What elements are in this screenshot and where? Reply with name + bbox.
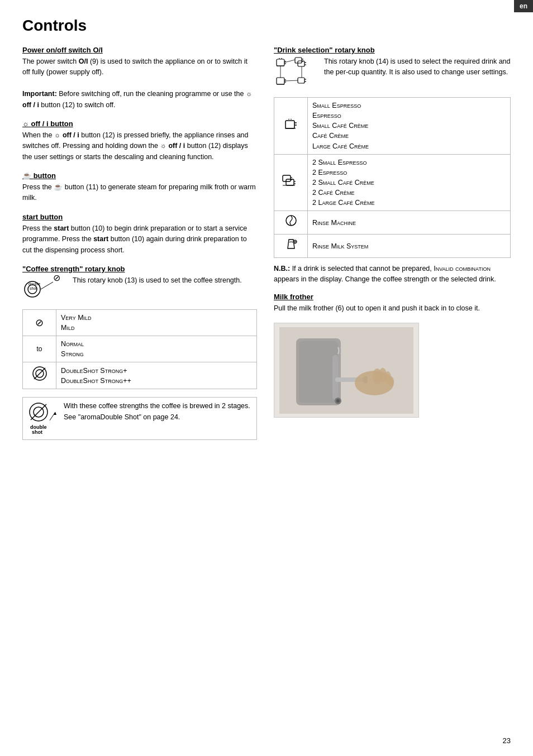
drink-icon-single — [274, 98, 308, 155]
lang-text: en — [520, 2, 527, 10]
svg-rect-55 — [332, 355, 338, 400]
two-column-layout: Power on/off switch O/I The power switch… — [22, 46, 511, 440]
coffee-strength-knob-row: double shot ⊘ This rotary knob (13) is u… — [22, 275, 257, 305]
svg-line-34 — [284, 80, 298, 81]
coffee-strength-knob-desc: This rotary knob (13) is used to set the… — [73, 275, 257, 286]
coffee-strength-heading: "Coffee strength" rotary knob — [22, 265, 257, 273]
svg-line-4 — [41, 282, 53, 289]
start-button-body: Press the start button (10) to begin dri… — [22, 223, 257, 256]
drink-selection-section: "Drink selection" rotary knob — [274, 46, 511, 418]
drink-icon-rinse — [274, 211, 308, 235]
strength-row-mild: ⊘ Very Mild Mild — [23, 309, 257, 336]
drink-icon-double — [274, 154, 308, 211]
page-number: 23 — [503, 736, 511, 745]
nb-text: N.B.: If a drink is selected that cannot… — [274, 264, 511, 285]
drink-row-double: 2 Small Espresso 2 Espresso 2 Small Café… — [274, 154, 511, 211]
double-shot-row: double shot With these coffee strengths … — [22, 397, 257, 440]
svg-text:shot: shot — [30, 286, 37, 290]
drink-label-rinse-milk: Rinse Milk System — [308, 235, 511, 258]
drink-selection-knob-icon — [274, 56, 318, 92]
off-button-heading: ☼ off / i button — [22, 119, 257, 128]
svg-text:double: double — [28, 282, 40, 286]
coffee-strength-knob-icon: double shot ⊘ — [22, 275, 67, 305]
off-button-section: ☼ off / i button When the ☼ off / i butt… — [22, 119, 257, 162]
strength-label-mild: Very Mild Mild — [56, 309, 257, 336]
steam-button-body: Press the ☕ button (11) to generate stea… — [22, 182, 257, 204]
strength-icon-mild: ⊘ — [23, 309, 56, 336]
drink-selection-knob-row: This rotary knob (14) is used to select … — [274, 56, 511, 92]
drink-row-single: Small Espresso Espresso Small Café Crème… — [274, 98, 511, 155]
steam-button-section: ☕ button Press the ☕ button (11) to gene… — [22, 171, 257, 204]
svg-rect-26 — [277, 78, 284, 84]
drink-label-single: Small Espresso Espresso Small Café Crème… — [308, 98, 511, 155]
svg-point-62 — [388, 376, 394, 386]
drink-icon-rinse-milk — [274, 235, 308, 258]
milk-frother-section: Milk frother Pull the milk frother (6) o… — [274, 293, 511, 418]
svg-rect-23 — [298, 61, 304, 66]
drink-label-double: 2 Small Espresso 2 Espresso 2 Small Café… — [308, 154, 511, 211]
strength-icon-to: to — [23, 336, 56, 362]
power-switch-section: Power on/off switch O/I The power switch… — [22, 46, 257, 111]
drink-selection-table: Small Espresso Espresso Small Café Crème… — [274, 97, 511, 258]
strength-row-to: to Normal Strong — [23, 336, 257, 362]
strength-label-doubleshot: DoubleShot Strong+ DoubleShot Strong++ — [56, 362, 257, 389]
steam-button-heading: ☕ button — [22, 171, 257, 180]
svg-rect-54 — [299, 341, 338, 403]
svg-rect-44 — [286, 179, 294, 185]
drink-label-rinse-machine: Rinse Machine — [308, 211, 511, 235]
coffee-strength-section: "Coffee strength" rotary knob double sho… — [22, 265, 257, 441]
start-button-heading: start button — [22, 213, 257, 221]
right-column: "Drink selection" rotary knob — [274, 46, 511, 440]
left-column: Power on/off switch O/I The power switch… — [22, 46, 257, 440]
svg-text:⊘: ⊘ — [53, 275, 60, 283]
svg-rect-37 — [285, 121, 294, 128]
svg-text:shot: shot — [32, 429, 42, 434]
off-button-body: When the ☼ off / i button (12) is presse… — [22, 130, 257, 162]
drink-row-rinse-milk: Rinse Milk System — [274, 235, 511, 258]
double-shot-icon-area: double shot — [27, 401, 58, 436]
page: en Controls Power on/off switch O/I The … — [0, 0, 533, 756]
coffee-strength-table: ⊘ Very Mild Mild to Normal Strong — [22, 309, 257, 390]
svg-rect-30 — [298, 78, 304, 83]
svg-rect-41 — [283, 175, 291, 181]
power-switch-body: The power switch O/I (9) is used to swit… — [22, 56, 257, 111]
page-title: Controls — [22, 17, 511, 35]
lang-badge: en — [514, 0, 533, 12]
svg-point-64 — [336, 399, 340, 403]
power-switch-heading: Power on/off switch O/I — [22, 46, 257, 54]
svg-rect-20 — [295, 58, 302, 63]
milk-frother-body: Pull the milk frother (6) out to open it… — [274, 303, 511, 314]
drink-row-rinse-machine: Rinse Machine — [274, 211, 511, 235]
start-button-section: start button Press the start button (10)… — [22, 213, 257, 256]
milk-frother-heading: Milk frother — [274, 293, 511, 301]
strength-icon-doubleshot — [23, 362, 56, 389]
drink-selection-heading: "Drink selection" rotary knob — [274, 46, 511, 54]
strength-label-to: Normal Strong — [56, 336, 257, 362]
svg-line-14 — [50, 412, 55, 420]
milk-frother-image — [274, 323, 419, 418]
svg-rect-16 — [277, 59, 284, 66]
drink-selection-knob-desc: This rotary knob (14) is used to select … — [324, 56, 511, 78]
double-shot-text: With these coffee strengths the coffee i… — [64, 401, 252, 423]
svg-line-11 — [31, 404, 46, 420]
strength-row-doubleshot: DoubleShot Strong+ DoubleShot Strong++ — [23, 362, 257, 389]
